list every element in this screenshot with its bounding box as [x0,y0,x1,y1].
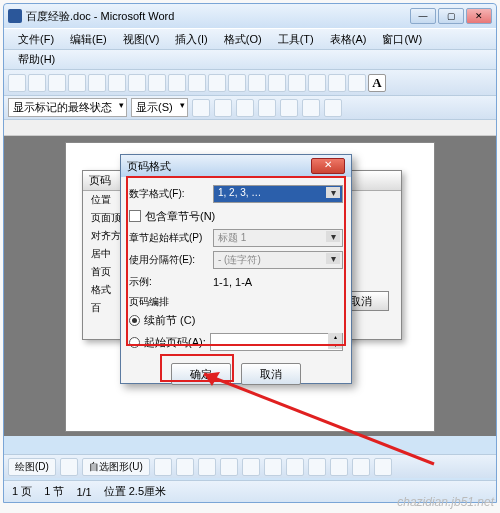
arrow-icon[interactable] [176,458,194,476]
status-pages: 1/1 [76,486,91,498]
menu-file[interactable]: 文件(F) [12,30,60,49]
save-icon[interactable] [48,74,66,92]
font-a-icon[interactable]: A [368,74,386,92]
continue-radio[interactable] [129,315,140,326]
undo-icon[interactable] [208,74,226,92]
linecolor-icon[interactable] [374,458,392,476]
separator-label: 使用分隔符(E): [129,253,209,267]
track-icon[interactable] [302,99,320,117]
dialog-close-button[interactable]: ✕ [311,158,345,174]
dialog-titlebar: 页码格式 ✕ [121,155,351,177]
standard-toolbar: A [4,70,496,96]
status-page: 1 页 [12,484,32,499]
include-chapter-label: 包含章节号(N) [145,209,215,224]
comment-icon[interactable] [280,99,298,117]
number-format-select[interactable]: 1, 2, 3, … [213,185,343,203]
reject-change-icon[interactable] [258,99,276,117]
ruler[interactable] [4,120,496,136]
autoshapes-menu[interactable]: 自选图形(U) [82,458,150,476]
menu-edit[interactable]: 编辑(E) [64,30,113,49]
menu-format[interactable]: 格式(O) [218,30,268,49]
next-change-icon[interactable] [214,99,232,117]
menu-table[interactable]: 表格(A) [324,30,373,49]
table-icon[interactable] [268,74,286,92]
include-chapter-checkbox[interactable] [129,210,141,222]
line-icon[interactable] [154,458,172,476]
fill-icon[interactable] [352,458,370,476]
spell-icon[interactable] [108,74,126,92]
word-window: 百度经验.doc - Microsoft Word — ▢ ✕ 文件(F) 编辑… [3,3,497,503]
menu-insert[interactable]: 插入(I) [169,30,213,49]
painter-icon[interactable] [188,74,206,92]
accept-icon[interactable] [328,74,346,92]
minimize-button[interactable]: — [410,8,436,24]
page-numbering-section: 页码编排 [129,295,343,309]
chapter-style-label: 章节起始样式(P) [129,231,209,245]
preview-icon[interactable] [88,74,106,92]
continue-label: 续前节 (C) [144,313,195,328]
copy-icon[interactable] [148,74,166,92]
picture-icon[interactable] [330,458,348,476]
close-button[interactable]: ✕ [466,8,492,24]
cut-icon[interactable] [128,74,146,92]
review-toolbar: 显示标记的最终状态 显示(S) [4,96,496,120]
example-value: 1-1, 1-A [213,276,252,288]
diagram-icon[interactable] [286,458,304,476]
start-at-radio[interactable] [129,337,140,348]
doc-icon[interactable] [288,74,306,92]
example-label: 示例: [129,275,209,289]
clipart-icon[interactable] [308,458,326,476]
rect-icon[interactable] [198,458,216,476]
window-title: 百度经验.doc - Microsoft Word [26,9,410,24]
select-icon[interactable] [60,458,78,476]
menu-tools[interactable]: 工具(T) [272,30,320,49]
textbox-icon[interactable] [242,458,260,476]
show-dropdown[interactable]: 显示(S) [131,98,188,117]
dialog-title: 页码格式 [127,159,311,174]
balloon-icon[interactable] [324,99,342,117]
titlebar: 百度经验.doc - Microsoft Word — ▢ ✕ [4,4,496,28]
link-icon[interactable] [248,74,266,92]
start-at-input[interactable] [210,333,343,351]
open-icon[interactable] [28,74,46,92]
helpbar: 帮助(H) [4,50,496,70]
number-format-label: 数字格式(F): [129,187,209,201]
ok-button[interactable]: 确定 [171,363,231,385]
page-number-format-dialog: 页码格式 ✕ 数字格式(F): 1, 2, 3, … 包含章节号(N) 章节起始… [120,154,352,384]
cancel-button[interactable]: 取消 [241,363,301,385]
status-position: 位置 2.5厘米 [104,484,166,499]
start-at-label: 起始页码(A): [144,335,206,350]
draw-menu[interactable]: 绘图(D) [8,458,56,476]
wordart-icon[interactable] [264,458,282,476]
menu-window[interactable]: 窗口(W) [376,30,428,49]
watermark: chazidian.jb51.net [397,495,494,509]
menu-help[interactable]: 帮助(H) [12,51,61,67]
para-icon[interactable] [308,74,326,92]
paste-icon[interactable] [168,74,186,92]
oval-icon[interactable] [220,458,238,476]
prev-change-icon[interactable] [192,99,210,117]
redo-icon[interactable] [228,74,246,92]
status-section: 1 节 [44,484,64,499]
word-icon [8,9,22,23]
menubar: 文件(F) 编辑(E) 视图(V) 插入(I) 格式(O) 工具(T) 表格(A… [4,28,496,50]
print-icon[interactable] [68,74,86,92]
markup-state-dropdown[interactable]: 显示标记的最终状态 [8,98,127,117]
menu-view[interactable]: 视图(V) [117,30,166,49]
drawing-toolbar: 绘图(D) 自选图形(U) [4,454,496,478]
reject-icon[interactable] [348,74,366,92]
new-icon[interactable] [8,74,26,92]
maximize-button[interactable]: ▢ [438,8,464,24]
separator-select[interactable]: - (连字符) [213,251,343,269]
chapter-style-select[interactable]: 标题 1 [213,229,343,247]
accept-change-icon[interactable] [236,99,254,117]
